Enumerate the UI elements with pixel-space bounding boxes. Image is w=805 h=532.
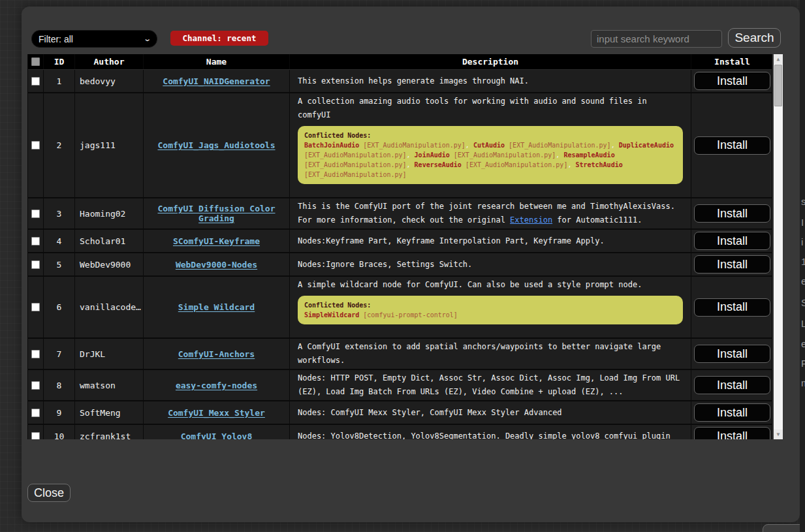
- extension-name-link[interactable]: ComfyUI_Mexx_Styler: [168, 408, 265, 418]
- column-header-id: ID: [44, 54, 75, 69]
- conflicted-nodes-warning: Conflicted Nodes:SimpleWildcard [comfyui…: [298, 296, 683, 324]
- install-button[interactable]: Install: [694, 204, 770, 223]
- checkbox-cell: [28, 277, 44, 337]
- install-cell: Install: [691, 198, 773, 228]
- id-cell: 8: [44, 370, 75, 400]
- checkbox-cell: [28, 93, 44, 197]
- conflict-node-name: SimpleWildcard: [304, 311, 359, 319]
- install-button[interactable]: Install: [694, 255, 770, 274]
- install-button[interactable]: Install: [694, 136, 770, 155]
- filter-select[interactable]: Filter: all ⌄: [31, 30, 157, 48]
- conflict-node-source: [EXT_AudioManipulation.py]: [304, 161, 407, 168]
- description-text: A collection amazing audio tools for wor…: [298, 95, 683, 122]
- background-partial-button: [763, 524, 805, 532]
- table-row: 3Haoming02ComfyUI Diffusion Color Gradin…: [28, 198, 772, 230]
- install-button[interactable]: Install: [694, 376, 770, 394]
- filter-select-label: Filter: all: [39, 34, 73, 44]
- scrollbar-thumb[interactable]: [774, 65, 782, 106]
- checkbox-cell: [28, 230, 44, 252]
- description-cell: This is the ComfyUI port of the joint re…: [290, 198, 691, 228]
- table-row: 1bedovyyComfyUI_NAIDGeneratorThis extens…: [28, 70, 772, 93]
- install-button[interactable]: Install: [694, 232, 770, 250]
- chevron-down-icon: ⌄: [143, 35, 151, 43]
- row-checkbox[interactable]: [31, 409, 40, 417]
- conflicted-nodes-warning: Conflicted Nodes:BatchJoinAudio [EXT_Aud…: [298, 126, 683, 184]
- table-row: 4Scholar01SComfyUI-KeyframeNodes:Keyfram…: [28, 230, 772, 253]
- conflict-node-name: ResampleAudio: [563, 151, 614, 159]
- background-text-fragment: L: [801, 318, 805, 329]
- search-input[interactable]: [591, 30, 722, 48]
- description-cell: This extension helps generate images thr…: [290, 70, 691, 92]
- id-cell: 7: [44, 339, 75, 369]
- column-header-install: Install: [691, 54, 773, 69]
- row-checkbox[interactable]: [31, 77, 40, 86]
- name-cell: ComfyUI_NAIDGenerator: [144, 70, 290, 92]
- extension-name-link[interactable]: SComfyUI-Keyframe: [173, 236, 260, 246]
- row-checkbox[interactable]: [31, 350, 40, 358]
- extension-inline-link[interactable]: Extension: [510, 215, 552, 225]
- install-button[interactable]: Install: [694, 298, 770, 317]
- row-checkbox[interactable]: [31, 381, 40, 390]
- background-text-fragment: e: [801, 338, 805, 349]
- row-checkbox[interactable]: [31, 303, 40, 311]
- description-text: A ComfyUI extension to add spatial ancho…: [298, 340, 683, 368]
- scroll-up-arrow-icon[interactable]: ▲: [774, 54, 783, 64]
- row-checkbox[interactable]: [31, 260, 40, 269]
- channel-badge[interactable]: Channel: recent: [170, 31, 268, 46]
- description-text: Nodes:Keyframe Part, Keyframe Interpolat…: [298, 234, 605, 248]
- extension-name-link[interactable]: ComfyUI Diffusion Color Grading: [146, 204, 287, 223]
- checkbox-cell: [28, 401, 44, 424]
- install-custom-nodes-dialog: Filter: all ⌄ Channel: recent Search IDA…: [22, 7, 800, 522]
- table-row: 7DrJKLComfyUI-AnchorsA ComfyUI extension…: [28, 339, 772, 370]
- name-cell: Simple Wildcard: [144, 277, 290, 337]
- name-cell: ComfyUI-Anchors: [144, 339, 290, 369]
- author-cell: vanillacode…: [75, 277, 144, 337]
- background-text-fragment: e: [801, 275, 805, 287]
- extension-name-link[interactable]: easy-comfy-nodes: [176, 381, 257, 390]
- conflict-node-source: [EXT_AudioManipulation.py]: [359, 142, 466, 149]
- extension-name-link[interactable]: Simple Wildcard: [178, 302, 255, 312]
- row-checkbox[interactable]: [31, 210, 40, 218]
- install-button[interactable]: Install: [694, 427, 770, 439]
- table-row: 10zcfrank1stComfyUI Yolov8Nodes: Yolov8D…: [28, 425, 772, 439]
- description-cell: Nodes: HTTP POST, Empty Dict, Assoc Str,…: [290, 370, 691, 400]
- background-text-fragment: F: [801, 358, 805, 369]
- name-cell: SComfyUI-Keyframe: [144, 230, 290, 252]
- conflict-node-source: [comfyui-prompt-control]: [359, 311, 458, 319]
- description-text: Nodes: ComfyUI Mexx Styler, ComfyUI Mexx…: [298, 406, 562, 420]
- author-cell: wmatson: [75, 370, 144, 400]
- table-scrollbar[interactable]: ▲ ▼: [774, 54, 783, 439]
- close-button[interactable]: Close: [27, 484, 71, 502]
- table-row: 6vanillacode…Simple WildcardA simple wil…: [28, 277, 772, 339]
- select-all-checkbox[interactable]: [31, 57, 40, 66]
- name-cell: easy-comfy-nodes: [144, 370, 290, 400]
- scroll-down-arrow-icon[interactable]: ▼: [774, 430, 783, 439]
- conflict-node-name: CutAudio: [473, 142, 505, 149]
- background-text-fragment: m: [801, 377, 805, 388]
- install-button[interactable]: Install: [694, 403, 770, 422]
- install-button[interactable]: Install: [694, 345, 770, 363]
- install-cell: Install: [691, 425, 773, 439]
- background-edge-strip: sIi1eSLeFm: [800, 0, 805, 532]
- author-cell: WebDev9000: [75, 253, 144, 275]
- background-text-fragment: S: [801, 297, 805, 308]
- row-checkbox[interactable]: [31, 237, 40, 245]
- description-cell: A simple wildcard node for ComfyUI. Can …: [290, 277, 691, 337]
- row-checkbox[interactable]: [31, 141, 40, 149]
- author-cell: SoftMeng: [75, 401, 144, 424]
- install-button[interactable]: Install: [694, 72, 770, 90]
- row-checkbox[interactable]: [31, 432, 40, 440]
- install-cell: Install: [691, 70, 773, 92]
- description-text: Nodes: Yolov8Detection, Yolov8Segmentati…: [298, 430, 671, 440]
- extension-name-link[interactable]: ComfyUI_NAIDGenerator: [163, 76, 270, 86]
- description-cell: Nodes:Keyframe Part, Keyframe Interpolat…: [290, 230, 691, 252]
- extension-name-link[interactable]: WebDev9000-Nodes: [176, 260, 257, 270]
- description-text: A simple wildcard node for ComfyUI. Can …: [298, 278, 642, 292]
- description-cell: Nodes: Yolov8Detection, Yolov8Segmentati…: [290, 425, 691, 439]
- conflict-node-name: BatchJoinAudio: [304, 142, 359, 149]
- extension-name-link[interactable]: ComfyUI_Jags_Audiotools: [157, 140, 275, 150]
- extension-name-link[interactable]: ComfyUI Yolov8: [181, 431, 253, 440]
- extension-name-link[interactable]: ComfyUI-Anchors: [178, 349, 255, 359]
- conflict-node-source: [EXT_AudioManipulation.py]: [462, 161, 568, 168]
- search-button[interactable]: Search: [728, 28, 781, 48]
